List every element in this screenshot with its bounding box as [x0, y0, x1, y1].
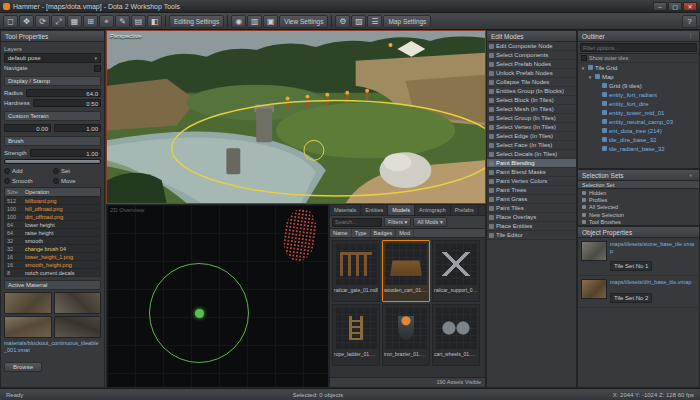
settings-button[interactable]: ⚙ — [335, 15, 350, 28]
layer-select[interactable]: default pose ▾ — [4, 53, 101, 63]
strength-slider[interactable] — [4, 159, 101, 164]
outliner-tree-row[interactable]: entity_tower_mid_01 — [578, 108, 699, 117]
brush-mode-option[interactable]: Move — [53, 176, 101, 185]
asset-column-header[interactable]: Type — [352, 229, 371, 237]
mods-dropdown[interactable]: All Mods ▾ — [413, 217, 446, 227]
asset-card[interactable]: iron_brazier_01.mdl — [382, 304, 430, 366]
mode-item[interactable]: Collapse Tile Nodes — [487, 78, 576, 87]
asset-browser-tab[interactable]: Prefabs — [451, 205, 479, 215]
outliner-tree-row[interactable]: tile_radiant_base_32 — [578, 144, 699, 153]
custom-max-input[interactable]: 1.00 — [54, 124, 101, 132]
mode-item[interactable]: Select Components — [487, 51, 576, 60]
scale-tool-button[interactable]: ⤢ — [51, 15, 66, 28]
mode-item[interactable]: Place Overlays — [487, 213, 576, 222]
selection-set-row[interactable]: Hidden — [578, 189, 699, 196]
asset-card[interactable]: rope_ladder_01.mdl — [332, 304, 380, 366]
asset-column-header[interactable]: Badges — [371, 229, 397, 237]
radius-input[interactable]: 64.0 — [26, 89, 101, 97]
wireframe-button[interactable]: ▥ — [247, 15, 262, 28]
outliner-tree-row[interactable]: ent_dota_tree (214) — [578, 126, 699, 135]
mode-item[interactable]: Paint Trees — [487, 186, 576, 195]
selection-set-row[interactable]: New Selection — [578, 211, 699, 218]
material-thumbnail[interactable] — [54, 292, 102, 314]
asset-browser-tab[interactable]: Models — [388, 205, 415, 215]
selection-set-row[interactable]: Tool Brushes — [578, 219, 699, 226]
brush-table-row[interactable]: 100 hill_offroad.png — [5, 204, 100, 212]
paint-tool-button[interactable]: ✎ — [115, 15, 130, 28]
mode-item[interactable]: Place Entities — [487, 222, 576, 231]
mode-item[interactable]: Edit Composite Node — [487, 42, 576, 51]
mode-item[interactable]: Select Decals (In Tiles) — [487, 150, 576, 159]
pivot-button[interactable]: ⌖ — [99, 15, 114, 28]
outliner-tree-row[interactable]: tile_dire_base_32 — [578, 135, 699, 144]
filters-button[interactable]: Filters ▾ — [384, 217, 411, 227]
minimize-button[interactable]: – — [653, 2, 667, 11]
help-button[interactable]: ? — [682, 15, 697, 28]
asset-card[interactable]: railcar_support_01.mdl — [432, 240, 480, 302]
asset-search-input[interactable] — [332, 218, 382, 227]
twisty-icon[interactable]: ▾ — [580, 65, 586, 71]
material-thumbnail[interactable] — [4, 316, 52, 338]
mode-item[interactable]: Select Group (In Tiles) — [487, 114, 576, 123]
brush-mode-option[interactable]: Add — [4, 166, 52, 175]
outliner-filter-input[interactable] — [580, 43, 697, 52]
mode-item[interactable]: Select Face (In Tiles) — [487, 141, 576, 150]
brush-table-row[interactable]: 16 lower_height_1.png — [5, 252, 100, 260]
mode-item[interactable]: Select Vertex (In Tiles) — [487, 123, 576, 132]
brush-table-row[interactable]: 64 raise height — [5, 228, 100, 236]
object-entry[interactable]: maps/tilesets/stone_base_tile.vmap Tile … — [578, 238, 699, 276]
grid-toggle-button[interactable]: ▦ — [67, 15, 82, 28]
close-button[interactable]: ✕ — [683, 2, 697, 11]
snap-toggle-button[interactable]: ⊞ — [83, 15, 98, 28]
fog-toggle-button[interactable]: ▨ — [351, 15, 366, 28]
maximize-button[interactable]: ▢ — [668, 2, 682, 11]
mode-item[interactable]: Tile Editor — [487, 231, 576, 240]
mode-item[interactable]: Unlock Prefab Nodes — [487, 69, 576, 78]
custom-min-input[interactable]: 0.00 — [4, 124, 51, 132]
selection-set-row[interactable]: Profiles — [578, 196, 699, 203]
brush-table-row[interactable]: 32 change brush 04 — [5, 244, 100, 252]
asset-card[interactable]: cart_wheels_01.mdl — [432, 304, 480, 366]
hardness-input[interactable]: 0.50 — [33, 99, 101, 107]
browse-button[interactable]: Browse — [4, 362, 42, 372]
selection-set-row[interactable]: All Selected — [578, 204, 699, 211]
asset-browser-tab[interactable]: Entities — [361, 205, 388, 215]
brush-mode-option[interactable]: Smooth — [4, 176, 52, 185]
asset-browser-tab[interactable]: Animgraph — [415, 205, 451, 215]
outliner-tree-row[interactable]: entity_fort_radiant — [578, 90, 699, 99]
brush-table-row[interactable]: 100 dirt_offroad.png — [5, 212, 100, 220]
shaded-view-button[interactable]: ▣ — [263, 15, 278, 28]
add-selection-set-icon[interactable]: ＋ — [686, 170, 695, 181]
mode-item[interactable]: Paint Tiles — [487, 204, 576, 213]
select-tool-button[interactable]: ◻ — [3, 15, 18, 28]
show-outer-tiles-row[interactable]: Show outer tiles — [578, 54, 699, 63]
brush-center-handle[interactable] — [195, 309, 204, 318]
asset-column-header[interactable]: Name — [330, 229, 352, 237]
material-thumbnail[interactable] — [54, 316, 102, 338]
viewport-2d[interactable]: 2D Overview — [106, 204, 329, 388]
panel-menu-icon[interactable]: ⋮ — [686, 31, 695, 42]
outliner-tree-row[interactable]: entity_fort_dire — [578, 99, 699, 108]
asset-browser-tab[interactable]: Materials — [330, 205, 361, 215]
outliner-tree-row[interactable]: ▾ Tile Grid — [578, 63, 699, 72]
object-path[interactable]: maps/tilesets/dirt_base_tile.vmap — [610, 279, 696, 286]
outliner-tree-row[interactable]: ▾ Map — [578, 72, 699, 81]
mode-item[interactable]: Entities Group (In Blocks) — [487, 87, 576, 96]
brush-table-row[interactable]: 512 billboard.png — [5, 196, 100, 204]
asset-column-header[interactable]: Mod — [396, 229, 414, 237]
mode-item[interactable]: Paint Blend Masks — [487, 168, 576, 177]
camera-button[interactable]: ◉ — [231, 15, 246, 28]
list-view-button[interactable]: ☰ — [367, 15, 382, 28]
show-outer-tiles-checkbox[interactable] — [581, 55, 587, 61]
mode-item[interactable]: Select Mesh (In Tiles) — [487, 105, 576, 114]
blocks-button[interactable]: ◧ — [147, 15, 162, 28]
mode-item[interactable]: Select Edge (In Tiles) — [487, 132, 576, 141]
brush-table-row[interactable]: 8 notch current decals — [5, 268, 100, 276]
twisty-icon[interactable]: ▾ — [587, 74, 593, 80]
mode-item[interactable]: Select Block (In Tiles) — [487, 96, 576, 105]
outliner-tree-row[interactable]: Grid (9 tiles) — [578, 81, 699, 90]
mode-item[interactable]: Paint Vertex Colors — [487, 177, 576, 186]
brush-table-row[interactable]: 64 lower height — [5, 220, 100, 228]
brush-mode-option[interactable]: Set — [53, 166, 101, 175]
rotate-tool-button[interactable]: ⟳ — [35, 15, 50, 28]
